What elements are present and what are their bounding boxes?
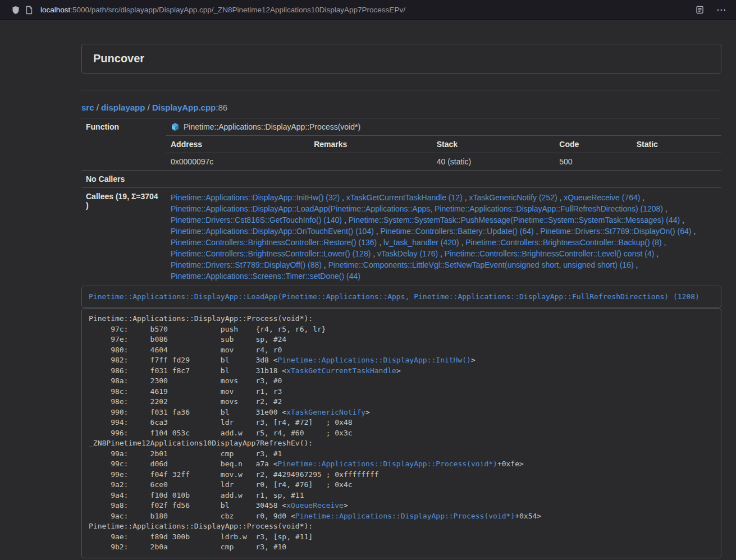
callee-link[interactable]: xTaskGetCurrentTaskHandle (12) bbox=[346, 193, 463, 202]
callee-link[interactable]: Pinetime::Controllers::BrightnessControl… bbox=[171, 249, 371, 258]
code-symbol-link[interactable]: xQueueReceive bbox=[286, 501, 344, 509]
page-proxy-icon[interactable] bbox=[22, 3, 36, 17]
callee-link[interactable]: Pinetime::Controllers::BrightnessControl… bbox=[465, 238, 661, 247]
code-symbol-link[interactable]: Pinetime::Applications::DisplayApp::Init… bbox=[278, 356, 471, 364]
tracking-shield-icon[interactable] bbox=[9, 3, 22, 17]
callee-link[interactable]: lv_task_handler (420) bbox=[383, 238, 459, 247]
callee-link[interactable]: xQueueReceive (764) bbox=[564, 193, 640, 202]
code-symbol-link[interactable]: Pinetime::Applications::DisplayApp::Proc… bbox=[278, 460, 497, 468]
remarks-value bbox=[309, 153, 432, 170]
page-title: Puncover bbox=[93, 52, 710, 65]
reader-mode-icon[interactable] bbox=[693, 3, 706, 17]
url-bar[interactable]: localhost:5000/path/src/displayapp/Displ… bbox=[40, 6, 693, 14]
browser-toolbar: localhost:5000/path/src/displayapp/Displ… bbox=[0, 0, 736, 20]
overflow-menu-icon[interactable]: ⋯ bbox=[716, 5, 726, 15]
callee-link[interactable]: vTaskDelay (176) bbox=[377, 249, 438, 258]
symbol-box: Pinetime::Applications::DisplayApp::Load… bbox=[81, 286, 721, 308]
callee-link[interactable]: Pinetime::Drivers::St7789::DisplayOff() … bbox=[171, 260, 322, 269]
callees-list: Pinetime::Applications::DisplayApp::Init… bbox=[166, 188, 721, 286]
code-symbol-link[interactable]: xTaskGetCurrentTaskHandle bbox=[286, 366, 396, 375]
callee-separator: , bbox=[654, 249, 659, 258]
callee-separator: , bbox=[662, 238, 666, 247]
callee-link[interactable]: Pinetime::Drivers::Cst816S::GetTouchInfo… bbox=[171, 215, 342, 224]
breadcrumb-separator: / bbox=[145, 103, 152, 112]
code-symbol-link[interactable]: xTaskGenericNotify bbox=[286, 408, 365, 416]
breadcrumb: src / displayapp / DisplayApp.cpp:86 bbox=[81, 103, 721, 113]
callee-separator: , bbox=[663, 204, 668, 213]
divider bbox=[81, 90, 721, 90]
breadcrumb-line-number: :86 bbox=[216, 103, 227, 112]
callee-link[interactable]: Pinetime::Drivers::St7789::DisplayOn() (… bbox=[540, 227, 691, 236]
callee-separator: , bbox=[463, 193, 469, 202]
callee-link[interactable]: Pinetime::Controllers::BrightnessControl… bbox=[445, 249, 654, 258]
callee-separator: , bbox=[634, 260, 638, 269]
url-path: :5000/path/src/displayapp/DisplayApp.cpp… bbox=[70, 6, 405, 14]
breadcrumb-link[interactable]: DisplayApp.cpp bbox=[152, 103, 216, 112]
symbol-link[interactable]: Pinetime::Applications::DisplayApp::Load… bbox=[89, 292, 700, 301]
callee-link[interactable]: Pinetime::Controllers::BrightnessControl… bbox=[171, 238, 377, 247]
callee-separator: , bbox=[534, 227, 541, 236]
callee-separator: , bbox=[692, 227, 696, 236]
column-header-remarks: Remarks bbox=[309, 135, 432, 153]
callee-link[interactable]: Pinetime::Components::LittleVgl::SetNewT… bbox=[328, 260, 634, 269]
callee-separator: , bbox=[680, 215, 684, 224]
url-host: localhost bbox=[40, 6, 70, 14]
metrics-table: Address Remarks Stack Code Static 0x0000… bbox=[166, 135, 721, 170]
no-callers-row: No Callers bbox=[81, 170, 721, 187]
code-symbol-link[interactable]: Pinetime::Applications::DisplayApp::Proc… bbox=[295, 512, 515, 520]
column-header-stack: Stack bbox=[432, 135, 555, 153]
callee-separator: , bbox=[322, 260, 328, 269]
page: Puncover src / displayapp / DisplayApp.c… bbox=[81, 44, 721, 558]
metrics-header-row: Address Remarks Stack Code Static bbox=[166, 135, 721, 153]
code-size-value: 500 bbox=[555, 153, 632, 170]
page-title-box: Puncover bbox=[81, 44, 721, 74]
static-value bbox=[632, 153, 721, 170]
callee-link[interactable]: Pinetime::Applications::DisplayApp::Init… bbox=[171, 193, 340, 202]
breadcrumb-link[interactable]: displayapp bbox=[101, 103, 145, 112]
callee-separator: , bbox=[459, 238, 466, 247]
function-row: Function Pinetime::Applications::Display… bbox=[81, 118, 721, 170]
callee-separator: , bbox=[374, 227, 381, 236]
stack-value: 40 (static) bbox=[432, 153, 555, 170]
toolbar-right-actions: ⋯ bbox=[693, 3, 729, 17]
assembly-code: Pinetime::Applications::DisplayApp::Proc… bbox=[81, 308, 721, 558]
callee-separator: , bbox=[371, 249, 377, 258]
callee-link[interactable]: Pinetime::System::SystemTask::PushMessag… bbox=[349, 215, 680, 224]
breadcrumb-separator: / bbox=[94, 103, 102, 112]
callee-separator: , bbox=[342, 215, 349, 224]
breadcrumb-link[interactable]: src bbox=[81, 103, 94, 112]
column-header-address: Address bbox=[166, 135, 309, 153]
callee-separator: , bbox=[557, 193, 564, 202]
function-name-line: Pinetime::Applications::DisplayApp::Proc… bbox=[166, 118, 721, 135]
callee-separator: , bbox=[340, 193, 346, 202]
callee-link[interactable]: xTaskGenericNotify (252) bbox=[469, 193, 557, 202]
metrics-value-row: 0x0000097c 40 (static) 500 bbox=[166, 153, 721, 170]
no-callers-content bbox=[166, 171, 721, 187]
column-header-static: Static bbox=[632, 135, 721, 153]
callees-header: Callees (19, Σ=3704 ) bbox=[81, 188, 166, 286]
callees-row: Callees (19, Σ=3704 ) Pinetime::Applicat… bbox=[81, 187, 721, 286]
callee-link[interactable]: Pinetime::Applications::DisplayApp::OnTo… bbox=[171, 227, 374, 236]
function-icon bbox=[171, 122, 180, 131]
column-header-code: Code bbox=[555, 135, 632, 153]
callee-link[interactable]: Pinetime::Controllers::Battery::Update()… bbox=[381, 227, 534, 236]
no-callers-header: No Callers bbox=[81, 171, 166, 187]
callee-link[interactable]: Pinetime::Applications::Screens::Timer::… bbox=[171, 272, 360, 281]
address-value: 0x0000097c bbox=[166, 153, 309, 170]
function-table: Function Pinetime::Applications::Display… bbox=[81, 118, 721, 286]
function-name: Pinetime::Applications::DisplayApp::Proc… bbox=[184, 122, 360, 131]
callee-separator: , bbox=[438, 249, 445, 258]
callee-separator: , bbox=[640, 193, 644, 202]
callee-link[interactable]: Pinetime::Applications::DisplayApp::Load… bbox=[171, 204, 663, 213]
function-row-header: Function bbox=[81, 118, 166, 170]
callee-separator: , bbox=[377, 238, 383, 247]
